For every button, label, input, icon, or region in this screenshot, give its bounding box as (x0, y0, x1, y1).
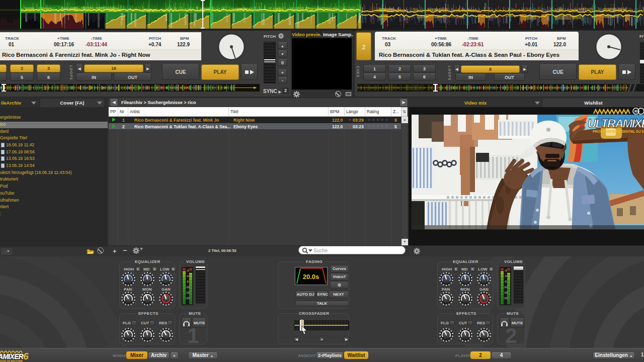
svg-text:GITAL DJ SOLUTION: GITAL DJ SOLUTION (0, 360, 23, 362)
svg-text:PROFESSIONAL DIGITAL DJ SOLUTI: PROFESSIONAL DIGITAL DJ SOLUTION (593, 130, 644, 133)
svg-text:R: R (634, 109, 637, 114)
svg-text:6: 6 (23, 351, 29, 361)
svg-text:20.0s: 20.0s (303, 273, 319, 281)
svg-text:ULTRAMIXER: ULTRAMIXER (588, 117, 644, 130)
